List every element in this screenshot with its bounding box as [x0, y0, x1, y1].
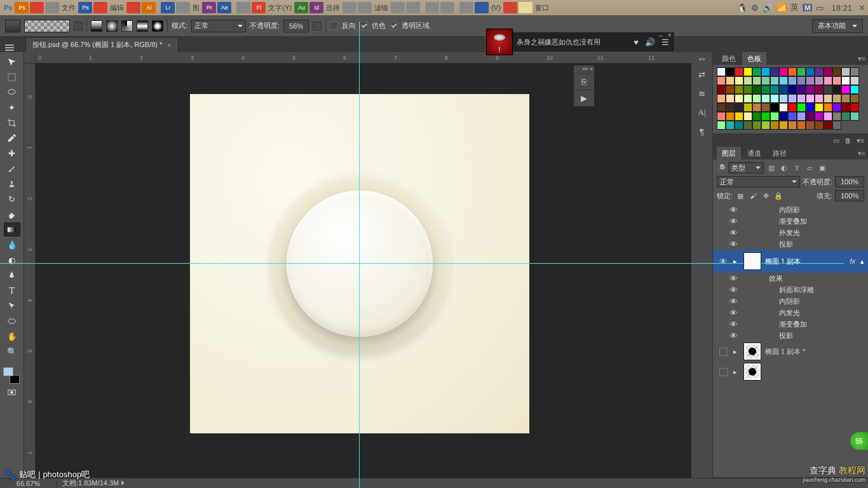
- swatch[interactable]: [832, 94, 841, 103]
- marquee-tool[interactable]: [4, 70, 20, 84]
- reverse-checkbox[interactable]: [330, 22, 338, 30]
- blend-mode-select[interactable]: 正常: [191, 20, 246, 32]
- swatch[interactable]: [788, 76, 797, 85]
- swatch[interactable]: [726, 85, 735, 94]
- crop-tool[interactable]: [4, 116, 20, 130]
- floating-badge[interactable]: 55: [850, 432, 868, 450]
- type-tool[interactable]: T: [4, 283, 20, 297]
- ime-mode[interactable]: M: [803, 4, 812, 11]
- swatch[interactable]: [735, 112, 743, 121]
- effect-item[interactable]: 👁投影: [713, 238, 868, 250]
- quickmask-toggle[interactable]: [4, 385, 20, 399]
- taskbar-app[interactable]: [342, 2, 356, 13]
- layer-thumbnail[interactable]: [743, 252, 761, 270]
- swatch[interactable]: [788, 85, 797, 94]
- swatch[interactable]: [743, 67, 752, 76]
- swatch[interactable]: [841, 76, 850, 85]
- swatch[interactable]: [832, 76, 841, 85]
- visibility-eye-icon[interactable]: 👁: [729, 217, 738, 226]
- expand-dock-icon[interactable]: »»: [698, 56, 705, 62]
- taskbar-app[interactable]: Pr: [202, 2, 216, 13]
- fx-collapse-icon[interactable]: ▴: [860, 257, 864, 266]
- lasso-tool[interactable]: [4, 85, 20, 99]
- swatch[interactable]: [770, 103, 779, 112]
- ruler-vertical[interactable]: 01234567: [24, 64, 36, 478]
- taskbar-app[interactable]: [425, 2, 439, 13]
- fill-input[interactable]: 100%: [835, 190, 864, 201]
- status-menu-icon[interactable]: [121, 480, 125, 485]
- swatch[interactable]: [832, 85, 841, 94]
- swatch[interactable]: [797, 85, 806, 94]
- swatch[interactable]: [743, 85, 752, 94]
- swatch[interactable]: [788, 103, 797, 112]
- filter-adjust-icon[interactable]: ◐: [779, 163, 789, 173]
- swatch[interactable]: [752, 103, 761, 112]
- visibility-eye-icon[interactable]: 👁: [729, 229, 738, 237]
- swatch[interactable]: [824, 103, 832, 112]
- minimize-all-icon[interactable]: ▭: [816, 3, 824, 13]
- effects-header[interactable]: 👁 效果: [713, 273, 868, 284]
- settings-tray-icon[interactable]: ⚙: [751, 3, 759, 13]
- swatch[interactable]: [850, 112, 859, 121]
- swatch[interactable]: [743, 103, 752, 112]
- swatch[interactable]: [717, 94, 726, 103]
- swatch[interactable]: [717, 67, 726, 76]
- swatch[interactable]: [770, 85, 779, 94]
- swatch[interactable]: [850, 85, 859, 94]
- gradient-tool-icon[interactable]: [5, 20, 20, 32]
- swatch[interactable]: [788, 94, 797, 103]
- swatch[interactable]: [743, 76, 752, 85]
- swatch[interactable]: [726, 94, 735, 103]
- swatch[interactable]: [761, 67, 770, 76]
- taskbar-app[interactable]: Ai: [142, 2, 156, 13]
- like-icon[interactable]: ♥: [634, 37, 639, 47]
- gradient-linear-icon[interactable]: [91, 20, 102, 32]
- gradient-diamond-icon[interactable]: [152, 20, 163, 32]
- swatch[interactable]: [779, 94, 788, 103]
- swatch[interactable]: [788, 112, 797, 121]
- opacity-dropdown[interactable]: [313, 22, 322, 30]
- effect-item[interactable]: 👁渐变叠加: [713, 318, 868, 330]
- swatch[interactable]: [743, 94, 752, 103]
- visibility-eye-icon[interactable]: 👁: [729, 274, 738, 283]
- floating-mini-panel[interactable]: ««× ⎘ ▶: [573, 65, 595, 107]
- swatch[interactable]: [761, 112, 770, 121]
- panel-menu-icon[interactable]: ▾≡: [858, 55, 865, 63]
- swatch[interactable]: [806, 103, 815, 112]
- qq-tray-icon[interactable]: 🐧: [737, 3, 747, 13]
- taskbar-app[interactable]: [391, 2, 405, 13]
- swatch[interactable]: [743, 121, 752, 130]
- swatch[interactable]: [726, 67, 735, 76]
- taskbar-app[interactable]: [93, 2, 107, 13]
- swatch[interactable]: [770, 76, 779, 85]
- brush-tool[interactable]: [4, 161, 20, 175]
- swatch[interactable]: [717, 103, 726, 112]
- gradient-radial-icon[interactable]: [106, 20, 118, 32]
- panel-menu-icon[interactable]: ▾≡: [857, 137, 864, 145]
- filter-kind-select[interactable]: 类型: [728, 162, 764, 173]
- filter-smart-icon[interactable]: ▣: [817, 163, 827, 173]
- swatch[interactable]: [735, 76, 743, 85]
- swatch[interactable]: [735, 94, 743, 103]
- visibility-eye-icon[interactable]: 👁: [719, 257, 728, 266]
- swatch[interactable]: [815, 85, 824, 94]
- taskbar-app[interactable]: [30, 2, 44, 13]
- eyedropper-tool[interactable]: [4, 131, 20, 145]
- taskbar-app[interactable]: Id: [309, 2, 323, 13]
- swatch[interactable]: [832, 67, 841, 76]
- swatch[interactable]: [824, 112, 832, 121]
- swatch[interactable]: [806, 94, 815, 103]
- swatch[interactable]: [743, 112, 752, 121]
- effect-item[interactable]: 👁渐变叠加: [713, 215, 868, 227]
- swatch[interactable]: [752, 67, 761, 76]
- history-brush-tool[interactable]: ↻: [4, 192, 20, 206]
- swatch[interactable]: [824, 67, 832, 76]
- swatch[interactable]: [752, 112, 761, 121]
- tab-swatches[interactable]: 色板: [742, 52, 766, 65]
- swatch[interactable]: [735, 67, 743, 76]
- swatch[interactable]: [797, 76, 806, 85]
- swatch[interactable]: [717, 76, 726, 85]
- zoom-readout[interactable]: 66.67%: [0, 480, 57, 487]
- taskbar-app[interactable]: [475, 2, 489, 13]
- swatch[interactable]: [797, 67, 806, 76]
